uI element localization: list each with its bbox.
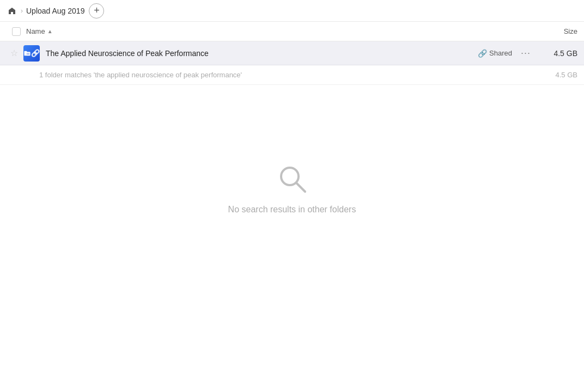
folder-icon xyxy=(23,45,40,62)
star-col: ☆ xyxy=(7,48,22,58)
name-column-header[interactable]: Name ▲ xyxy=(26,27,534,35)
match-text: 1 folder matches 'the applied neuroscien… xyxy=(39,71,539,79)
match-row: 1 folder matches 'the applied neuroscien… xyxy=(0,65,584,85)
star-icon[interactable]: ☆ xyxy=(10,48,18,58)
header-checkbox-col xyxy=(7,27,26,36)
breadcrumb-label[interactable]: Upload Aug 2019 xyxy=(26,7,84,15)
file-icon-col xyxy=(22,45,41,62)
more-options-button[interactable]: ··· xyxy=(521,47,531,59)
top-bar: › Upload Aug 2019 + xyxy=(0,0,584,22)
match-size: 4.5 GB xyxy=(539,71,577,79)
select-all-checkbox[interactable] xyxy=(12,27,21,36)
size-column-header[interactable]: Size xyxy=(534,27,577,35)
add-button[interactable]: + xyxy=(89,3,104,19)
home-icon[interactable] xyxy=(7,5,17,16)
svg-line-1 xyxy=(296,183,305,192)
breadcrumb-separator: › xyxy=(21,7,23,15)
file-size: 4.5 GB xyxy=(539,49,577,58)
breadcrumb: › Upload Aug 2019 xyxy=(7,5,84,16)
column-header-row: Name ▲ Size xyxy=(0,22,584,41)
empty-message: No search results in other folders xyxy=(228,205,356,215)
sort-icon: ▲ xyxy=(47,28,53,34)
shared-label: Shared xyxy=(489,49,512,57)
empty-state: No search results in other folders xyxy=(0,85,584,215)
no-results-icon xyxy=(275,161,309,196)
link-icon: 🔗 xyxy=(478,49,487,58)
file-row[interactable]: ☆ The Applied Neuroscience of Peak Perfo… xyxy=(0,41,584,65)
file-name[interactable]: The Applied Neuroscience of Peak Perform… xyxy=(41,49,478,58)
shared-badge: 🔗 Shared xyxy=(478,49,512,58)
